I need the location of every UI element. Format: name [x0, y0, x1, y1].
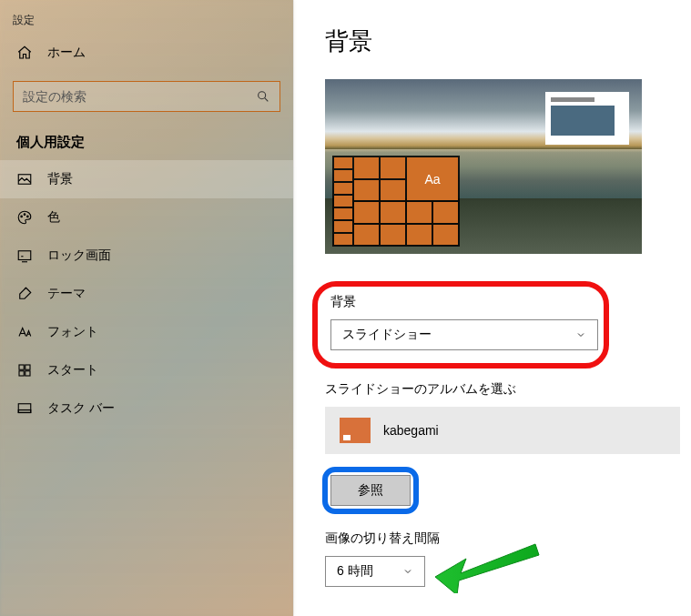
- svg-point-4: [27, 216, 29, 217]
- font-icon: [16, 324, 33, 340]
- chevron-down-icon: [575, 329, 586, 340]
- interval-dropdown[interactable]: 6 時間: [325, 556, 425, 587]
- sidebar-section-header: 個人用設定: [0, 121, 293, 160]
- interval-label: 画像の切り替え間隔: [325, 530, 660, 547]
- picture-icon: [16, 171, 33, 187]
- svg-point-0: [259, 92, 266, 99]
- sidebar-item-label: 背景: [47, 171, 73, 187]
- search-icon: [256, 89, 270, 104]
- sidebar-item-taskbar[interactable]: タスク バー: [0, 389, 293, 428]
- preview-start-menu: Aa: [332, 156, 460, 247]
- lockscreen-icon: [16, 247, 33, 264]
- palette-icon: [16, 209, 33, 226]
- chevron-down-icon: [402, 566, 413, 577]
- sidebar-item-label: スタート: [47, 362, 98, 379]
- sidebar-item-start[interactable]: スタート: [0, 351, 293, 389]
- start-icon: [16, 362, 33, 379]
- annotation-red-highlight: 背景 スライドショー: [312, 281, 609, 369]
- sidebar-item-colors[interactable]: 色: [0, 198, 293, 237]
- theme-icon: [16, 286, 33, 302]
- svg-rect-6: [19, 365, 24, 369]
- sidebar-item-themes[interactable]: テーマ: [0, 275, 293, 313]
- interval-dropdown-value: 6 時間: [337, 563, 373, 580]
- svg-rect-9: [25, 371, 30, 376]
- app-title: 設定: [0, 7, 293, 34]
- nav-home-label: ホーム: [47, 45, 86, 61]
- main-content: 背景 Aa 背景 スライドショー スライドショーのアルバムを選ぶ: [293, 0, 691, 616]
- slideshow-album-item[interactable]: kabegami: [325, 407, 680, 454]
- taskbar-icon: [16, 400, 33, 417]
- search-container: [13, 81, 280, 112]
- svg-rect-11: [18, 410, 31, 413]
- svg-point-2: [21, 216, 23, 217]
- svg-rect-7: [25, 365, 30, 369]
- svg-point-3: [24, 214, 25, 216]
- background-dropdown[interactable]: スライドショー: [330, 319, 598, 350]
- home-icon: [16, 45, 33, 61]
- browse-button[interactable]: 参照: [330, 475, 411, 506]
- sidebar-item-fonts[interactable]: フォント: [0, 313, 293, 351]
- page-title: 背景: [325, 25, 660, 57]
- annotation-blue-highlight: 参照: [322, 467, 419, 514]
- album-name: kabegami: [383, 423, 439, 438]
- search-input[interactable]: [23, 89, 256, 104]
- desktop-preview: Aa: [325, 79, 642, 254]
- sidebar-item-label: 色: [47, 209, 60, 226]
- background-dropdown-value: スライドショー: [342, 327, 432, 343]
- preview-tile-text: Aa: [407, 157, 458, 200]
- preview-sample-window: [545, 92, 629, 145]
- settings-sidebar: 設定 ホーム 個人用設定 背景 色 ロック画面: [0, 0, 293, 616]
- sidebar-item-label: テーマ: [47, 286, 86, 302]
- sidebar-item-background[interactable]: 背景: [0, 160, 293, 198]
- sidebar-item-label: フォント: [47, 324, 98, 340]
- svg-rect-5: [18, 251, 31, 260]
- sidebar-item-lockscreen[interactable]: ロック画面: [0, 237, 293, 275]
- svg-rect-8: [19, 371, 24, 376]
- search-box[interactable]: [13, 81, 280, 112]
- album-label: スライドショーのアルバムを選ぶ: [325, 381, 660, 398]
- folder-icon: [340, 418, 371, 443]
- sidebar-item-label: ロック画面: [47, 247, 111, 264]
- sidebar-item-label: タスク バー: [47, 400, 115, 417]
- nav-home[interactable]: ホーム: [0, 34, 293, 72]
- background-dropdown-label: 背景: [330, 294, 591, 310]
